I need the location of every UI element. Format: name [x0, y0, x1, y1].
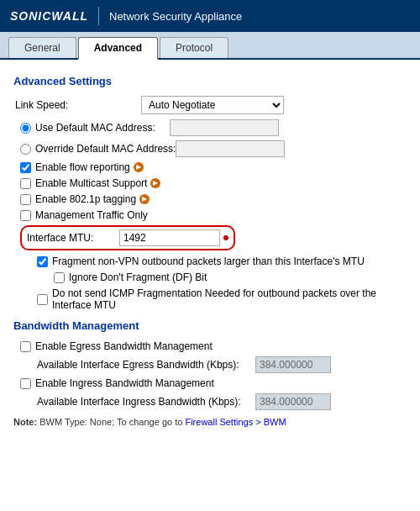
ingress-enable-checkbox[interactable]: [20, 378, 31, 389]
use-default-mac-label: Use Default MAC Address:: [35, 122, 170, 134]
tab-protocol[interactable]: Protocol: [160, 37, 228, 58]
app-header: SONICWALL Network Security Appliance: [0, 0, 420, 32]
link-speed-label: Link Speed:: [15, 99, 141, 111]
tab-general[interactable]: General: [8, 37, 76, 58]
ingress-enable-label: Enable Ingress Bandwidth Management: [35, 377, 214, 389]
interface-mtu-label: Interface MTU:: [27, 232, 119, 244]
bandwidth-section-title: Bandwidth Management: [13, 319, 407, 332]
fragment-row: Fragment non-VPN outbound packets larger…: [13, 256, 407, 267]
egress-enable-row: Enable Egress Bandwidth Management: [13, 340, 407, 352]
8021p-info-icon[interactable]: ▶: [139, 194, 150, 204]
ingress-bandwidth-label: Available Interface Ingress Bandwidth (K…: [37, 396, 255, 408]
fragment-label: Fragment non-VPN outbound packets larger…: [52, 256, 365, 267]
flow-reporting-row: Enable flow reporting ▶: [13, 161, 407, 173]
multicast-label: Enable Multicast Support: [35, 177, 147, 189]
bwm-settings-link[interactable]: Firewall Settings > BWM: [185, 417, 286, 427]
multicast-checkbox[interactable]: [20, 178, 31, 189]
ignore-df-label: Ignore Don't Fragment (DF) Bit: [69, 271, 207, 283]
sonicwall-logo: SONICWALL: [10, 9, 88, 23]
ignore-df-checkbox[interactable]: [54, 272, 65, 283]
no-icmp-checkbox[interactable]: [37, 294, 48, 305]
override-mac-label: Override Default MAC Address:: [35, 143, 176, 155]
no-icmp-row: Do not send ICMP Fragmentation Needed fo…: [13, 287, 407, 311]
note-label: Note:: [13, 417, 37, 427]
multicast-row: Enable Multicast Support ▶: [13, 177, 407, 189]
app-title: Network Security Appliance: [109, 10, 242, 23]
main-content: Advanced Settings Link Speed: Auto Negot…: [0, 60, 420, 439]
fragment-checkbox[interactable]: [37, 256, 48, 267]
8021p-row: Enable 802.1p tagging ▶: [13, 193, 407, 205]
flow-reporting-info-icon[interactable]: ▶: [134, 162, 144, 172]
tab-advanced[interactable]: Advanced: [78, 37, 158, 60]
interface-mtu-input[interactable]: [119, 229, 220, 246]
override-mac-row: Override Default MAC Address:: [13, 140, 407, 157]
interface-mtu-row: Interface MTU:: [20, 225, 235, 250]
override-mac-radio[interactable]: [20, 144, 31, 155]
flow-reporting-label: Enable flow reporting: [35, 161, 130, 173]
header-divider: [98, 7, 99, 25]
tabs-bar: General Advanced Protocol: [0, 32, 420, 60]
note-content: BWM Type: None; To change go to: [39, 417, 182, 427]
no-icmp-label: Do not send ICMP Fragmentation Needed fo…: [52, 287, 407, 311]
egress-enable-checkbox[interactable]: [20, 341, 31, 352]
management-traffic-label: Management Traffic Only: [35, 209, 148, 221]
ignore-df-row: Ignore Don't Fragment (DF) Bit: [13, 271, 407, 283]
mtu-indicator-dot: [223, 235, 228, 240]
ingress-bandwidth-input[interactable]: [255, 393, 331, 410]
egress-bandwidth-label: Available Interface Egress Bandwidth (Kb…: [37, 359, 255, 371]
advanced-settings-title: Advanced Settings: [13, 75, 407, 87]
ingress-bandwidth-row: Available Interface Ingress Bandwidth (K…: [13, 393, 407, 410]
use-default-mac-input[interactable]: [170, 119, 279, 136]
link-speed-select[interactable]: Auto Negotiate 10 Mbps Half 10 Mbps Full…: [141, 96, 284, 114]
management-traffic-checkbox[interactable]: [20, 210, 31, 221]
management-traffic-row: Management Traffic Only: [13, 209, 407, 221]
8021p-checkbox[interactable]: [20, 194, 31, 205]
use-default-mac-radio[interactable]: [20, 123, 31, 134]
egress-bandwidth-input[interactable]: [255, 356, 331, 373]
flow-reporting-checkbox[interactable]: [20, 162, 31, 173]
egress-bandwidth-row: Available Interface Egress Bandwidth (Kb…: [13, 356, 407, 373]
ingress-enable-row: Enable Ingress Bandwidth Management: [13, 377, 407, 389]
multicast-info-icon[interactable]: ▶: [150, 178, 160, 188]
egress-enable-label: Enable Egress Bandwidth Management: [35, 340, 213, 352]
link-speed-row: Link Speed: Auto Negotiate 10 Mbps Half …: [13, 96, 407, 114]
use-default-mac-row: Use Default MAC Address:: [13, 119, 407, 136]
note-row: Note: BWM Type: None; To change go to Fi…: [13, 417, 407, 427]
8021p-label: Enable 802.1p tagging: [35, 193, 136, 205]
override-mac-input[interactable]: [176, 140, 285, 157]
